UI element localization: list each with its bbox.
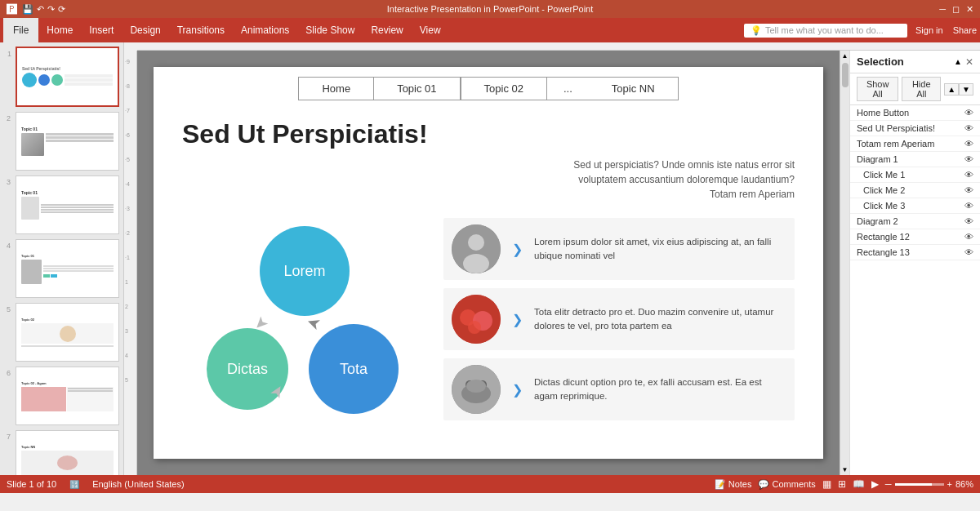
quick-access: 💾 ↶ ↷ ⟳ (22, 4, 65, 15)
slide-preview-2: Topic 01 (16, 113, 118, 170)
card-text-2: Tota elitr detracto pro et. Duo mazim co… (534, 305, 786, 334)
slide-num-2: 2 (7, 114, 11, 122)
slide-thumb-4[interactable]: 4 Topic 01 (16, 239, 119, 298)
eye-icon-6[interactable]: 👁 (964, 201, 973, 211)
eye-icon-2[interactable]: 👁 (964, 139, 973, 149)
slide-thumb-2[interactable]: 2 Topic 01 (16, 112, 119, 171)
nav-topic02-btn[interactable]: Topic 02 (461, 77, 547, 100)
slide-body: Sed Ut Perspiciatis! Sed ut perspiciatis… (154, 107, 823, 442)
circle-tota[interactable]: Tota (309, 324, 399, 414)
transitions-menu[interactable]: Transitions (169, 21, 233, 39)
svg-point-6 (468, 321, 481, 334)
normal-view-btn[interactable]: ▦ (822, 478, 831, 490)
sel-item-rect12[interactable]: Rectangle 12 👁 (850, 229, 980, 245)
zoom-level: 86% (956, 479, 973, 489)
slide-thumb-3[interactable]: 3 Topic 01 (16, 176, 119, 234)
sel-item-totam[interactable]: Totam rem Aperiam 👁 (850, 136, 980, 152)
circle-lorem[interactable]: Lorem (260, 226, 350, 316)
eye-icon-3[interactable]: 👁 (964, 154, 973, 164)
sel-item-clickme1[interactable]: Click Me 1 👁 (850, 167, 980, 183)
panel-collapse-btn[interactable]: ▲ (954, 57, 962, 66)
nav-topic01-btn[interactable]: Topic 01 (373, 77, 460, 100)
slide-sorter-btn[interactable]: ⊞ (838, 478, 846, 490)
scroll-down-btn[interactable]: ▼ (840, 464, 850, 475)
view-menu[interactable]: View (412, 21, 449, 39)
sel-item-sed-ut[interactable]: Sed Ut Perspiciatis! 👁 (850, 121, 980, 136)
panel-close-btn[interactable]: ✕ (965, 56, 973, 68)
zoom-in-btn[interactable]: + (947, 479, 952, 489)
sel-item-rect13[interactable]: Rectangle 13 👁 (850, 245, 980, 260)
slide-thumb-6[interactable]: 6 Topic 02 - Agam (16, 367, 119, 425)
slide-num-4: 4 (7, 242, 11, 250)
eye-icon-1[interactable]: 👁 (964, 123, 973, 133)
scroll-thumb[interactable] (842, 63, 849, 87)
svg-point-1 (468, 234, 484, 251)
nav-home-btn[interactable]: Home (298, 77, 373, 100)
reading-view-btn[interactable]: 📖 (853, 478, 865, 490)
v-scrollbar: ▲ ▼ (840, 51, 849, 475)
slide-quote: Sed ut perspiciatis? Unde omnis iste nat… (443, 158, 795, 202)
undo-icon[interactable]: ↶ (37, 4, 44, 15)
eye-icon-0[interactable]: 👁 (964, 108, 973, 118)
eye-icon-9[interactable]: 👁 (964, 247, 973, 257)
sel-item-diagram2[interactable]: Diagram 2 👁 (850, 214, 980, 229)
save-icon[interactable]: 💾 (22, 4, 33, 15)
scroll-up-btn[interactable]: ▲ (840, 51, 850, 61)
eye-icon-8[interactable]: 👁 (964, 232, 973, 242)
nav-topicnn-btn[interactable]: Topic NN (589, 77, 679, 100)
chevron-icon-1: ❯ (512, 242, 523, 257)
slide-nav-bar: Home Topic 01 Topic 02 ... Topic NN (154, 67, 823, 107)
sign-in-link[interactable]: Sign in (915, 25, 943, 35)
show-all-btn[interactable]: Show All (857, 77, 898, 101)
app-icon: 🅿 (7, 3, 17, 16)
slideshow-btn[interactable]: ▶ (871, 478, 879, 490)
eye-icon-5[interactable]: 👁 (964, 185, 973, 195)
slide-panel: 1 Sed Ut Perspiciatis! (0, 42, 124, 475)
svg-point-2 (463, 254, 489, 273)
search-bar[interactable]: 💡 Tell me what you want to do... (744, 24, 907, 38)
comments-btn[interactable]: 💬 Comments (758, 479, 815, 490)
review-menu[interactable]: Review (363, 21, 411, 39)
eye-icon-7[interactable]: 👁 (964, 216, 973, 226)
zoom-slider[interactable] (895, 483, 944, 486)
slide-preview-5: Topic 02 (16, 304, 118, 361)
thumb-3 (452, 365, 501, 414)
eye-icon-4[interactable]: 👁 (964, 170, 973, 180)
file-menu[interactable]: File (3, 18, 38, 42)
nav-dots-btn[interactable]: ... (547, 77, 589, 100)
selection-header: Selection ▲ ✕ (850, 51, 980, 73)
restore-btn[interactable]: ◻ (952, 4, 960, 15)
notes-btn[interactable]: 📝 Notes (715, 479, 752, 490)
slide-thumb-7[interactable]: 7 Topic NN (16, 430, 119, 475)
chevron-icon-3: ❯ (512, 382, 523, 398)
sel-item-home-button[interactable]: Home Button 👁 (850, 105, 980, 121)
design-menu[interactable]: Design (122, 21, 168, 39)
close-btn[interactable]: ✕ (966, 4, 973, 15)
card-text-1: Lorem ipsum dolor sit amet, vix eius adi… (534, 235, 786, 264)
card-text-3: Dictas dicunt option pro te, ex falli ac… (534, 375, 786, 404)
slideshow-menu[interactable]: Slide Show (297, 21, 363, 39)
autosave-icon[interactable]: ⟳ (58, 4, 65, 15)
content-row: ·9 ·8 ·7 ·6 ·5 ·4 ·3 ·2 ·1 1 2 3 4 5 (124, 51, 980, 475)
hide-all-btn[interactable]: Hide All (902, 77, 941, 101)
sel-item-clickme2[interactable]: Click Me 2 👁 (850, 183, 980, 198)
slide-num-5: 5 (7, 305, 11, 313)
move-down-btn[interactable]: ▼ (959, 83, 973, 96)
share-button[interactable]: Share (953, 25, 977, 35)
slide-thumb-5[interactable]: 5 Topic 02 (16, 303, 119, 362)
move-up-btn[interactable]: ▲ (944, 83, 959, 96)
sel-item-clickme3[interactable]: Click Me 3 👁 (850, 198, 980, 214)
zoom-bar: ─ + 86% (885, 479, 973, 489)
search-placeholder: Tell me what you want to do... (765, 25, 884, 35)
v-ruler: ·9 ·8 ·7 ·6 ·5 ·4 ·3 ·2 ·1 1 2 3 4 5 (124, 51, 137, 475)
sel-item-diagram1[interactable]: Diagram 1 👁 (850, 152, 980, 167)
slide-title: Sed Ut Perspiciatis! (182, 119, 795, 149)
redo-icon[interactable]: ↷ (47, 4, 55, 15)
zoom-out-btn[interactable]: ─ (885, 479, 892, 489)
animations-menu[interactable]: Animations (233, 21, 297, 39)
home-menu[interactable]: Home (38, 21, 81, 39)
arrow-2: ➤ (303, 313, 323, 335)
slide-thumb-1[interactable]: 1 Sed Ut Perspiciatis! (16, 47, 119, 107)
minimize-btn[interactable]: ─ (939, 4, 946, 15)
insert-menu[interactable]: Insert (81, 21, 122, 39)
